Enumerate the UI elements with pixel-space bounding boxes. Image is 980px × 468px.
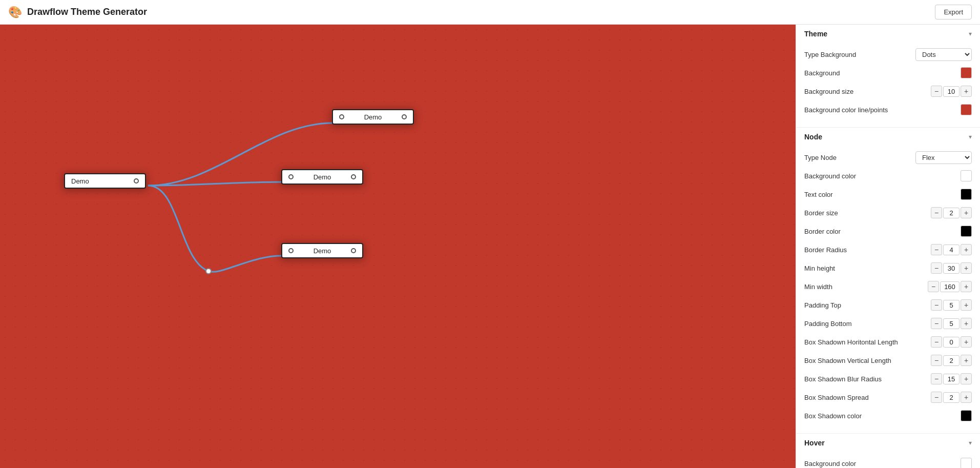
box-shadow-v-label: Box Shadown Vertical Length [804, 357, 891, 364]
node-chevron-icon: ▾ [969, 133, 972, 140]
node-text-color-row: Text color [804, 187, 972, 201]
theme-chevron-icon: ▾ [969, 30, 972, 37]
node-border-radius-label: Border Radius [804, 246, 847, 254]
node-min-width-row: Min width − 160 + [804, 279, 972, 294]
main-layout: Demo Demo Demo Demo Theme ▾ [0, 25, 980, 468]
node4-output-port[interactable] [351, 248, 356, 253]
node3-output-port[interactable] [351, 174, 356, 179]
node-min-height-decrement[interactable]: − [931, 262, 942, 274]
node-border-size-label: Border size [804, 209, 838, 217]
node3-input-port[interactable] [288, 174, 294, 179]
node-bg-color-swatch[interactable] [961, 170, 972, 181]
hover-section-header[interactable]: Hover ▾ [796, 434, 980, 452]
app-title: Drawflow Theme Generator [27, 7, 147, 17]
background-size-increment[interactable]: + [961, 86, 972, 97]
box-shadow-h-decrement[interactable]: − [931, 336, 942, 348]
box-shadow-v-row: Box Shadown Vertical Length − 2 + [804, 353, 972, 368]
box-shadow-color-row: Box Shadown color [804, 409, 972, 423]
type-node-select[interactable]: Flex Block [915, 151, 972, 164]
node-padding-top-increment[interactable]: + [961, 299, 972, 311]
box-shadow-v-decrement[interactable]: − [931, 355, 942, 366]
node-padding-bottom-row: Padding Bottom − 5 + [804, 316, 972, 331]
node-border-size-decrement[interactable]: − [931, 207, 942, 218]
box-shadow-color-control [961, 410, 972, 421]
node-border-color-control [961, 226, 972, 237]
background-row: Background [804, 66, 972, 80]
node-min-width-label: Min width [804, 283, 832, 291]
node1-output-port[interactable] [134, 178, 139, 184]
background-control [961, 67, 972, 78]
box-shadow-spread-decrement[interactable]: − [931, 392, 942, 403]
node-padding-top-label: Padding Top [804, 301, 841, 309]
type-background-select[interactable]: Dots Lines None [915, 48, 972, 61]
theme-section-body: Type Background Dots Lines None Backgrou… [796, 43, 980, 127]
background-color-line-row: Background color line/points [804, 103, 972, 117]
theme-section-title: Theme [804, 30, 827, 38]
box-shadow-h-label: Box Shadown Horitontal Length [804, 338, 898, 346]
node-text-color-swatch[interactable] [961, 189, 972, 200]
type-node-control: Flex Block [915, 151, 972, 164]
node4-input-port[interactable] [288, 248, 294, 253]
hover-section: Hover ▾ Background color Text color [796, 434, 980, 468]
background-color-swatch[interactable] [961, 67, 972, 78]
box-shadow-blur-label: Box Shadown Blur Radius [804, 375, 882, 383]
canvas-area[interactable]: Demo Demo Demo Demo [0, 25, 796, 468]
node-border-radius-row: Border Radius − 4 + [804, 242, 972, 257]
node-border-size-value: 2 [943, 208, 960, 218]
background-color-line-label: Background color line/points [804, 106, 888, 114]
box-shadow-blur-stepper: − 15 + [931, 373, 972, 384]
node-section-header[interactable]: Node ▾ [796, 128, 980, 146]
export-button[interactable]: Export [935, 5, 972, 19]
node-min-height-row: Min height − 30 + [804, 261, 972, 275]
node-section: Node ▾ Type Node Flex Block Backgro [796, 128, 980, 434]
theme-section-header[interactable]: Theme ▾ [796, 25, 980, 43]
box-shadow-spread-value: 2 [943, 392, 960, 403]
node-min-height-increment[interactable]: + [961, 262, 972, 274]
canvas-node-2[interactable]: Demo [332, 109, 414, 125]
node-bg-color-control [961, 170, 972, 181]
background-size-stepper: − 10 + [931, 86, 972, 97]
box-shadow-v-increment[interactable]: + [961, 355, 972, 366]
hover-section-body: Background color Text color Border size [796, 452, 980, 468]
box-shadow-h-stepper: − 0 + [931, 336, 972, 348]
background-color-line-control [961, 104, 972, 115]
hover-bg-color-row: Background color [804, 456, 972, 468]
canvas-node-1[interactable]: Demo [64, 173, 146, 189]
theme-section: Theme ▾ Type Background Dots Lines None [796, 25, 980, 128]
node-border-radius-decrement[interactable]: − [931, 244, 942, 255]
box-shadow-color-swatch[interactable] [961, 410, 972, 421]
right-panel: Theme ▾ Type Background Dots Lines None [796, 25, 980, 468]
node-border-color-swatch[interactable] [961, 226, 972, 237]
canvas-node-3[interactable]: Demo [281, 169, 363, 185]
node2-output-port[interactable] [402, 114, 407, 119]
type-node-row: Type Node Flex Block [804, 150, 972, 165]
node-padding-bottom-increment[interactable]: + [961, 318, 972, 329]
node-min-width-value: 160 [940, 281, 960, 292]
node-border-radius-value: 4 [943, 245, 960, 255]
node-bg-color-row: Background color [804, 169, 972, 183]
node-padding-bottom-decrement[interactable]: − [931, 318, 942, 329]
node-border-radius-stepper: − 4 + [931, 244, 972, 255]
background-size-value: 10 [943, 86, 960, 97]
box-shadow-blur-value: 15 [943, 374, 960, 384]
hover-bg-color-swatch[interactable] [961, 458, 972, 468]
node-border-size-row: Border size − 2 + [804, 206, 972, 220]
background-size-label: Background size [804, 88, 853, 95]
node-min-width-increment[interactable]: + [961, 281, 972, 292]
node-min-width-decrement[interactable]: − [928, 281, 939, 292]
node2-label: Demo [364, 113, 382, 121]
node-border-radius-increment[interactable]: + [961, 244, 972, 255]
node2-input-port[interactable] [339, 114, 344, 119]
canvas-node-4[interactable]: Demo [281, 243, 363, 258]
box-shadow-blur-decrement[interactable]: − [931, 373, 942, 384]
node-padding-top-decrement[interactable]: − [931, 299, 942, 311]
background-color-line-swatch[interactable] [961, 104, 972, 115]
box-shadow-h-increment[interactable]: + [961, 336, 972, 348]
node-border-size-increment[interactable]: + [961, 207, 972, 218]
box-shadow-blur-increment[interactable]: + [961, 373, 972, 384]
background-size-decrement[interactable]: − [931, 86, 942, 97]
svg-point-0 [206, 269, 211, 274]
node-bg-color-label: Background color [804, 172, 856, 180]
box-shadow-spread-increment[interactable]: + [961, 392, 972, 403]
node-padding-top-row: Padding Top − 5 + [804, 298, 972, 312]
